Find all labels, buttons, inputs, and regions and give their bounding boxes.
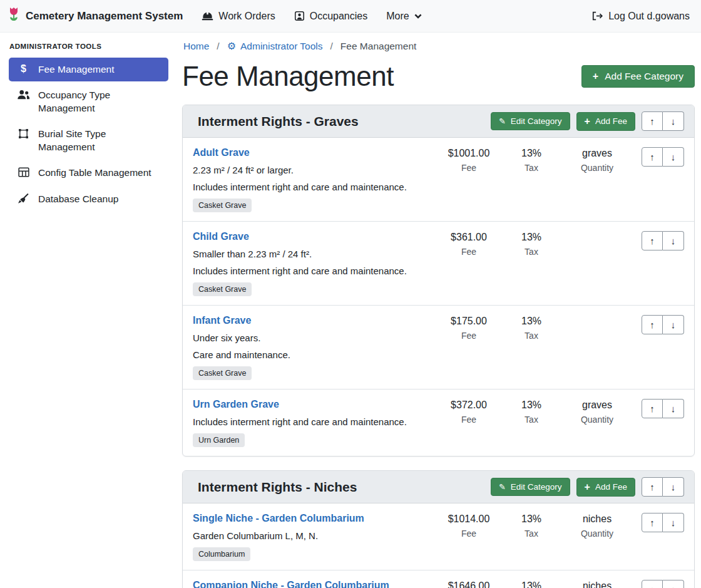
table-icon [17,167,30,177]
nav-occupancies-label: Occupancies [310,11,368,22]
move-category-up-button[interactable]: ↑ [642,477,663,497]
fee-tax: 13% [500,148,563,159]
sidebar-item-database-cleanup[interactable]: Database Cleanup [9,187,168,211]
fee-amount-column: $175.00 Fee [437,315,500,380]
move-fee-up-button[interactable]: ↑ [642,315,663,334]
fee-row: Adult Grave 2.23 m² / 24 ft² or larger. … [183,138,694,222]
sidebar-item-fee-management[interactable]: $ Fee Management [9,58,168,81]
fee-quantity: niches [563,580,632,588]
category-title: Interment Rights - Niches [198,480,357,495]
sidebar-item-config-table-management[interactable]: Config Table Management [9,161,168,185]
broom-icon [17,193,30,204]
fee-category-card-niches: Interment Rights - Niches ✎ Edit Categor… [182,470,695,588]
edit-category-button[interactable]: ✎ Edit Category [491,478,570,496]
move-fee-up-button[interactable]: ↑ [642,513,663,532]
fee-quantity-column: niches Quantity [563,513,632,561]
fee-amount: $361.00 [437,232,500,243]
sidebar-item-label: Config Table Management [38,167,155,179]
nav-more[interactable]: More [386,11,421,22]
move-fee-down-button[interactable]: ↓ [663,315,684,334]
category-title: Interment Rights - Graves [198,114,359,129]
move-fee-down-button[interactable]: ↓ [663,580,684,588]
fee-amount: $1014.00 [437,513,500,525]
fee-quantity-label: Quantity [563,529,632,539]
edit-category-button[interactable]: ✎ Edit Category [491,112,570,130]
fee-name-link[interactable]: Child Grave [193,231,249,242]
fee-quantity: graves [563,400,632,411]
gear-icon: ⚙ [227,41,236,51]
fee-amount-label: Fee [437,247,500,257]
fee-name-link[interactable]: Companion Niche - Garden Columbarium [193,580,389,588]
fee-type-badge: Casket Grave [193,199,252,212]
move-category-down-button[interactable]: ↓ [663,111,684,131]
move-fee-down-button[interactable]: ↓ [663,147,684,167]
sidebar-item-burial-site-type-management[interactable]: Burial Site Type Management [9,122,168,159]
breadcrumb: Home / ⚙ Administrator Tools / Fee Manag… [182,41,695,52]
sidebar-item-label: Occupancy Type Management [38,89,155,115]
fee-quantity-column [563,315,632,380]
fee-quantity-column [563,231,632,296]
plus-icon: + [593,71,598,81]
move-fee-down-button[interactable]: ↓ [663,399,684,418]
breadcrumb-admin-tools-link[interactable]: ⚙ Administrator Tools [227,41,323,52]
sidebar-item-occupancy-type-management[interactable]: Occupancy Type Management [9,83,168,120]
add-fee-label: Add Fee [595,116,627,126]
logout-button[interactable]: Log Out d.gowans [591,11,690,22]
logout-label: Log Out d.gowans [608,11,690,22]
breadcrumb-home-link[interactable]: Home [183,41,209,52]
hard-hat-icon [202,11,213,21]
add-fee-button[interactable]: + Add Fee [576,478,635,497]
move-fee-down-button[interactable]: ↓ [663,513,684,532]
fee-amount: $1001.00 [437,148,500,159]
fee-amount-label: Fee [437,415,500,425]
edit-category-label: Edit Category [511,482,562,492]
fee-description: Includes interment right and care and ma… [193,416,434,427]
move-category-down-button[interactable]: ↓ [663,477,684,497]
fee-reorder-group: ↑ ↓ [642,147,684,167]
tulip-logo-icon [8,7,20,25]
nav-more-label: More [386,11,409,22]
fee-description: Under six years. [193,333,434,343]
nav-work-orders[interactable]: Work Orders [202,11,275,22]
fee-quantity-column: graves Quantity [563,147,632,212]
plot-outline-icon [17,128,30,139]
fee-description: Includes interment right and care and ma… [193,182,434,192]
fee-type-badge: Urn Garden [193,433,245,447]
fee-row: Urn Garden Grave Includes interment righ… [183,389,694,456]
fee-quantity: graves [563,148,632,159]
fee-name-link[interactable]: Infant Grave [193,315,251,326]
move-fee-down-button[interactable]: ↓ [663,231,684,250]
app-title: Cemetery Management System [26,10,183,23]
fee-tax: 13% [500,400,563,411]
nav-occupancies[interactable]: Occupancies [294,11,368,22]
fee-amount: $372.00 [437,400,500,411]
fee-amount-column: $1646.00 Fee [437,580,500,588]
occupancy-icon [294,11,305,21]
fee-description: Care and maintenance. [193,349,434,360]
fee-name-link[interactable]: Urn Garden Grave [193,399,279,410]
fee-quantity-column: niches Quantity [563,580,632,588]
add-fee-button[interactable]: + Add Fee [576,112,635,131]
move-fee-up-button[interactable]: ↑ [642,231,663,250]
logout-icon [591,11,603,21]
fee-amount-label: Fee [437,529,500,539]
fee-tax-column: 13% Tax [500,147,563,212]
add-fee-category-button[interactable]: + Add Fee Category [581,65,695,88]
move-category-up-button[interactable]: ↑ [642,111,663,131]
breadcrumb-separator: / [217,41,219,52]
fee-amount: $1646.00 [437,580,500,588]
fee-name-link[interactable]: Single Niche - Garden Columbarium [193,513,364,524]
fee-amount-column: $1014.00 Fee [437,513,500,561]
move-fee-up-button[interactable]: ↑ [642,147,663,167]
fee-tax-label: Tax [500,163,563,173]
app-brand[interactable]: Cemetery Management System [8,7,183,25]
nav-work-orders-label: Work Orders [218,11,275,22]
move-fee-up-button[interactable]: ↑ [642,399,663,418]
move-fee-up-button[interactable]: ↑ [642,580,663,588]
fee-description: 2.23 m² / 24 ft² or larger. [193,165,434,175]
category-reorder-group: ↑ ↓ [642,477,684,497]
fee-row: Single Niche - Garden Columbarium Garden… [183,503,694,570]
page-title: Fee Management [182,61,394,92]
fee-name-link[interactable]: Adult Grave [193,147,250,158]
fee-amount-label: Fee [437,331,500,341]
